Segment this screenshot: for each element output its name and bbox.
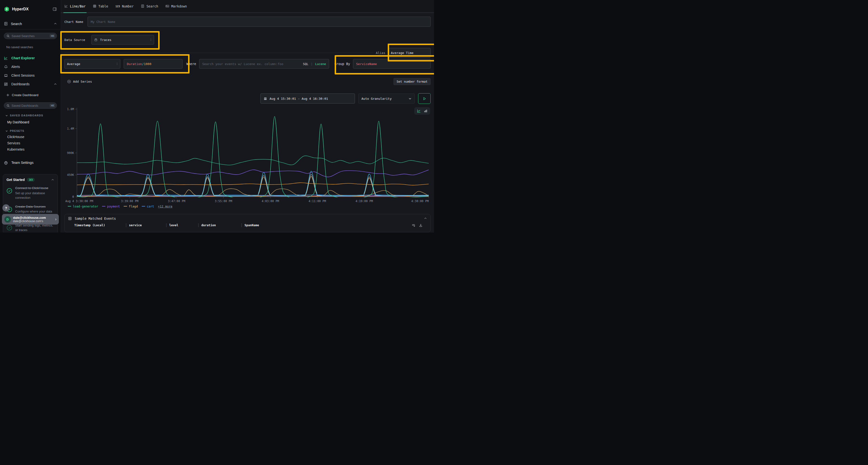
granularity-value: Auto Granularity — [362, 97, 406, 100]
legend-swatch — [68, 206, 71, 206]
saved-dashboards-input[interactable]: Saved Dashboards ⌘K — [4, 102, 57, 109]
alias-input[interactable]: Average Time — [388, 48, 431, 58]
sidebar-item-team-settings[interactable]: Team Settings — [0, 158, 61, 167]
svg-text:4:03:00 PM: 4:03:00 PM — [261, 199, 279, 203]
where-search-input[interactable]: Search your events w/ Lucene ex. column:… — [199, 59, 329, 69]
create-dashboard-button[interactable]: Create Dashboard — [0, 91, 61, 99]
preset-item-services[interactable]: Services — [7, 141, 61, 145]
legend-item[interactable]: cart — [142, 204, 154, 208]
bar-mode-button[interactable] — [424, 109, 428, 113]
column-header-service[interactable]: service — [126, 223, 166, 227]
column-resize-handle[interactable] — [166, 224, 166, 227]
search-icon — [6, 34, 10, 38]
sidebar-section-search[interactable]: Search — [0, 22, 61, 29]
column-resize-handle[interactable] — [198, 224, 199, 227]
get-started-progress-badge: 3/3 — [27, 178, 34, 182]
alias-value: Average Time — [391, 51, 413, 55]
column-header-timestamp[interactable]: Timestamp (Local) — [68, 223, 126, 227]
chevron-up-icon[interactable] — [51, 178, 54, 181]
saved-searches-placeholder: Saved Searches — [11, 34, 48, 38]
bell-icon — [4, 65, 8, 69]
shortcut-badge: ⌘K — [50, 34, 55, 38]
help-button[interactable]: ? — [2, 204, 10, 211]
get-started-step[interactable]: Connect to ClickHouse Set up your databa… — [6, 186, 54, 200]
tab-markdown[interactable]: Markdown — [165, 0, 187, 12]
get-started-title: Get Started — [6, 178, 25, 182]
legend-label: flagd — [129, 204, 138, 208]
group-by-value: ServiceName — [356, 62, 377, 66]
collapse-chevron-icon[interactable] — [424, 217, 427, 220]
expression-operator: / — [142, 62, 144, 66]
document-list-icon — [141, 4, 145, 8]
set-number-format-button[interactable]: Set number format — [394, 78, 431, 85]
expression-input[interactable]: Duration/1000 — [124, 59, 183, 69]
logo-row: HyperDX — [0, 0, 61, 13]
wrap-text-icon[interactable] — [411, 223, 415, 227]
line-chart-icon — [64, 4, 68, 8]
sidebar-item-client-sessions[interactable]: Client Sessions — [0, 71, 61, 80]
tab-search[interactable]: Search — [141, 0, 158, 12]
play-icon — [423, 97, 426, 100]
svg-text:3:55:00 PM: 3:55:00 PM — [215, 199, 232, 203]
main-panel: Line/Bar Table 123 Number Search — [61, 0, 434, 232]
line-mode-button[interactable] — [417, 109, 421, 113]
sidebar-item-label: Chart Explorer — [11, 56, 57, 60]
data-source-select[interactable]: Traces ˄˅ — [91, 35, 154, 44]
column-resize-handle[interactable] — [126, 224, 126, 227]
markdown-icon — [165, 4, 169, 8]
chevron-down-icon — [5, 114, 8, 117]
check-circle-icon — [6, 188, 12, 194]
aggregation-select[interactable]: Average ˄˅ — [64, 59, 120, 69]
shortcut-badge: ⌘K — [50, 104, 55, 107]
create-dashboard-label: Create Dashboard — [12, 93, 38, 97]
legend-item[interactable]: flagd — [124, 204, 138, 208]
user-email: dale@clickhouse.com — [13, 216, 53, 220]
chevron-up-icon — [54, 22, 57, 25]
column-resize-handle[interactable] — [241, 224, 242, 227]
presets-group-header[interactable]: PRESETS — [5, 129, 61, 132]
column-header-spanname[interactable]: SpanName — [241, 223, 411, 227]
lucene-mode-button[interactable]: Lucene — [315, 62, 326, 66]
saved-dashboards-group-header[interactable]: SAVED DASHBOARDS — [5, 114, 61, 117]
group-by-input[interactable]: ServiceName — [353, 59, 431, 69]
aggregation-value: Average — [67, 62, 114, 66]
search-icon — [6, 104, 10, 107]
time-range-input[interactable]: Aug 4 15:30:01 - Aug 4 16:30:01 — [260, 94, 355, 104]
sidebar-collapse-icon[interactable] — [53, 7, 57, 11]
tab-line-bar[interactable]: Line/Bar — [64, 0, 86, 12]
saved-searches-input[interactable]: Saved Searches ⌘K — [4, 33, 57, 39]
legend-more-link[interactable]: +12 more — [158, 204, 173, 208]
chevron-down-icon — [408, 97, 411, 100]
chart-svg[interactable]: 1.8M1.4M900K450K0Aug 4 3:30:00 PM3:39:00… — [64, 106, 431, 204]
chart-name-input[interactable] — [88, 16, 431, 27]
granularity-select[interactable]: Auto Granularity — [358, 94, 415, 104]
column-header-level[interactable]: level — [166, 223, 198, 227]
sample-events-panel: Sample Matched Events Timestamp (Local) … — [64, 214, 431, 232]
lang-divider: | — [311, 62, 313, 66]
updown-chevrons-icon: ˄˅ — [150, 38, 151, 41]
add-series-button[interactable]: Add Series — [67, 80, 92, 84]
legend-item[interactable]: payment — [102, 204, 120, 208]
avatar: D — [4, 216, 11, 223]
sidebar-item-chart-explorer[interactable]: Chart Explorer — [0, 54, 61, 62]
chart-legend: load-generator payment flagd cart +12 mo… — [68, 204, 431, 208]
svg-text:3:39:00 PM: 3:39:00 PM — [121, 199, 138, 203]
user-account-chip[interactable]: D dale@clickhouse.com dale@clickhouse.co… — [2, 214, 59, 225]
column-header-duration[interactable]: duration — [198, 223, 241, 227]
check-circle-icon — [6, 225, 12, 231]
sidebar-item-alerts[interactable]: Alerts — [0, 62, 61, 71]
download-icon[interactable] — [419, 223, 423, 227]
run-query-button[interactable] — [418, 93, 431, 104]
chart-display-toggle — [414, 107, 430, 115]
sidebar-item-dashboards[interactable]: Dashboards — [0, 80, 61, 89]
tab-table[interactable]: Table — [93, 0, 108, 12]
chart-type-tabbar: Line/Bar Table 123 Number Search — [61, 0, 434, 13]
app-root: HyperDX Search Saved Searches ⌘K No save… — [0, 0, 434, 232]
sql-mode-button[interactable]: SQL — [303, 62, 308, 66]
legend-item[interactable]: load-generator — [68, 204, 98, 208]
tab-label: Line/Bar — [70, 4, 86, 8]
preset-item-clickhouse[interactable]: ClickHouse — [7, 135, 61, 138]
preset-item-kubernetes[interactable]: Kubernetes — [7, 148, 61, 151]
dashboard-item-my-dashboard[interactable]: My Dashboard — [7, 120, 61, 124]
tab-number[interactable]: 123 Number — [116, 0, 134, 12]
